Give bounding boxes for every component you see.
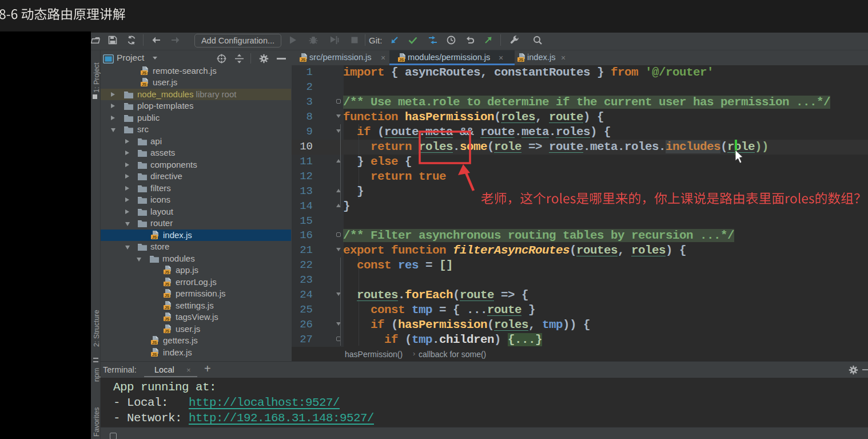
svg-text:JS: JS	[399, 58, 404, 62]
svg-text:JS: JS	[165, 329, 170, 333]
svg-text:JS: JS	[152, 341, 157, 345]
svg-text:JS: JS	[301, 58, 306, 62]
svg-text:JS: JS	[152, 352, 157, 356]
svg-text:JS: JS	[165, 294, 170, 298]
svg-text:JS: JS	[165, 270, 170, 274]
svg-text:JS: JS	[142, 82, 147, 86]
svg-text:JS: JS	[165, 317, 170, 321]
svg-text:JS: JS	[142, 70, 147, 74]
svg-text:JS: JS	[165, 305, 170, 309]
svg-text:JS: JS	[152, 235, 157, 239]
svg-text:JS: JS	[519, 58, 524, 62]
svg-text:JS: JS	[165, 282, 170, 286]
